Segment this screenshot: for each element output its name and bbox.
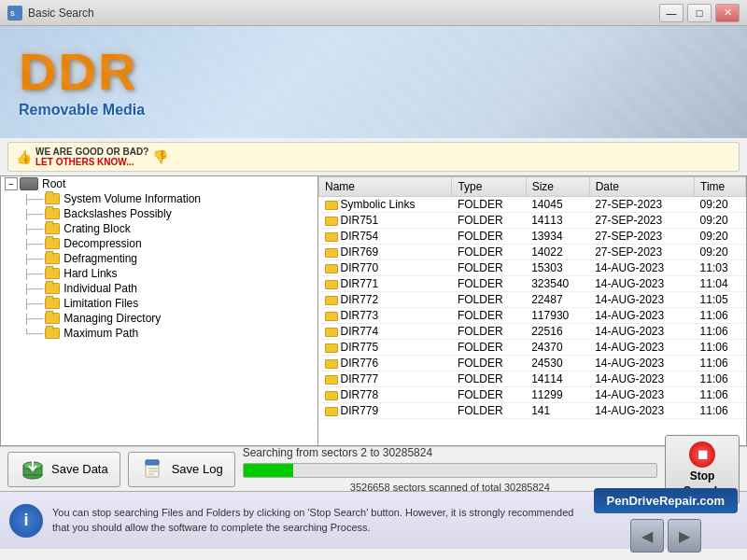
svg-rect-7 — [146, 460, 159, 465]
tree-item-label-8: Managing Directory — [63, 312, 161, 325]
table-row[interactable]: DIR773FOLDER11793014-AUG-202311:06 — [319, 308, 746, 324]
file-table: Name Type Size Date Time Symbolic LinksF… — [318, 176, 746, 419]
tree-expand-root[interactable]: − — [5, 177, 18, 190]
tree-item-4[interactable]: ├── Defragmenting — [1, 251, 317, 266]
info-text: You can stop searching Files and Folders… — [52, 506, 585, 535]
tree-item-8[interactable]: ├── Managing Directory — [1, 311, 317, 326]
save-log-button[interactable]: Save Log — [128, 452, 235, 487]
col-type[interactable]: Type — [452, 177, 526, 197]
tree-item-3[interactable]: ├── Decompression — [1, 236, 317, 251]
maximize-button[interactable]: □ — [687, 4, 712, 22]
tree-item-5[interactable]: ├── Hard Links — [1, 266, 317, 281]
nav-next-button[interactable]: ▶ — [668, 519, 701, 553]
tree-scroll[interactable]: − Root ├── System Volume Information ├──… — [1, 176, 317, 445]
nav-prev-button[interactable]: ◀ — [630, 519, 664, 553]
tree-item-root[interactable]: − Root — [1, 176, 317, 191]
bottom-toolbar: Save Data Save Log Searching from sector… — [0, 446, 747, 491]
svg-text:S: S — [10, 10, 15, 17]
nav-buttons: ◀ ▶ — [630, 519, 701, 553]
tree-item-label-6: Individual Path — [63, 282, 137, 295]
folder-icon — [45, 253, 60, 264]
table-row[interactable]: DIR779FOLDER14114-AUG-202311:06 — [319, 403, 746, 419]
table-row[interactable]: DIR769FOLDER1402227-SEP-202309:20 — [319, 245, 746, 260]
table-row[interactable]: DIR778FOLDER1129914-AUG-202311:06 — [319, 387, 746, 403]
folder-icon — [45, 328, 60, 339]
stop-label: Stop — [690, 469, 715, 483]
folder-icon — [45, 298, 60, 309]
table-row[interactable]: Symbolic LinksFOLDER1404527-SEP-202309:2… — [319, 197, 746, 213]
col-time[interactable]: Time — [695, 177, 746, 197]
title-bar: S Basic Search — □ ✕ — [0, 0, 747, 26]
progress-label: Searching from sectors 2 to 30285824 — [243, 446, 657, 459]
hdd-icon — [20, 177, 38, 190]
tree-root-label: Root — [42, 177, 65, 190]
tree-item-label-2: Crating Block — [63, 222, 130, 235]
table-row[interactable]: DIR751FOLDER1411327-SEP-202309:20 — [319, 213, 746, 229]
thumb-icon: 👍 — [16, 149, 32, 164]
tree-item-label-1: Backslashes Possibly — [63, 207, 171, 220]
tree-item-6[interactable]: ├── Individual Path — [1, 281, 317, 296]
folder-icon — [45, 193, 60, 204]
table-row[interactable]: DIR775FOLDER2437014-AUG-202311:06 — [319, 340, 746, 356]
logo-area: DDR Removable Media — [19, 46, 145, 119]
folder-icon — [45, 223, 60, 234]
folder-icon — [45, 268, 60, 279]
folder-icon — [45, 238, 60, 249]
tree-item-label-3: Decompression — [63, 237, 141, 250]
thumb-down-icon: 👎 — [152, 149, 168, 164]
tree-item-label-9: Maximum Path — [63, 327, 138, 340]
table-row[interactable]: DIR771FOLDER32354014-AUG-202311:04 — [319, 276, 746, 292]
save-data-label: Save Data — [51, 462, 108, 476]
save-log-label: Save Log — [172, 462, 223, 476]
tree-item-1[interactable]: ├── Backslashes Possibly — [1, 206, 317, 221]
tree-item-2[interactable]: ├── Crating Block — [1, 221, 317, 236]
table-row[interactable]: DIR770FOLDER1530314-AUG-202311:03 — [319, 260, 746, 276]
table-row[interactable]: DIR754FOLDER1393427-SEP-202309:20 — [319, 229, 746, 245]
progress-area: Searching from sectors 2 to 30285824 352… — [243, 446, 657, 493]
banner-text: WE ARE GOOD OR BAD? LET OTHERS KNOW... — [35, 147, 148, 167]
folder-icon — [45, 283, 60, 294]
tree-item-label-0: System Volume Information — [63, 192, 201, 205]
table-row[interactable]: DIR772FOLDER2248714-AUG-202311:05 — [319, 292, 746, 308]
col-size[interactable]: Size — [526, 177, 589, 197]
col-date[interactable]: Date — [589, 177, 694, 197]
folder-icon — [45, 208, 60, 219]
main-content: − Root ├── System Volume Information ├──… — [0, 175, 747, 446]
app-icon: S — [7, 6, 22, 21]
window-controls: — □ ✕ — [659, 4, 740, 22]
tree-item-label-4: Defragmenting — [63, 252, 137, 265]
tree-item-7[interactable]: ├── Limitation Files — [1, 296, 317, 311]
tree-item-label-7: Limitation Files — [63, 297, 138, 310]
table-row[interactable]: DIR777FOLDER1411414-AUG-202311:06 — [319, 371, 746, 387]
app-header: DDR Removable Media — [0, 26, 747, 138]
col-name[interactable]: Name — [319, 177, 452, 197]
file-panel: Name Type Size Date Time Symbolic LinksF… — [318, 176, 746, 445]
folder-icon — [45, 313, 60, 324]
minimize-button[interactable]: — — [659, 4, 684, 22]
brand-badge: PenDriveRepair.com — [594, 488, 738, 513]
tree-item-label-5: Hard Links — [63, 267, 117, 280]
progress-bar-fill — [244, 464, 293, 477]
tree-item-9[interactable]: └── Maximum Path — [1, 326, 317, 341]
tree-panel: − Root ├── System Volume Information ├──… — [1, 176, 318, 445]
table-row[interactable]: DIR776FOLDER2453014-AUG-202311:06 — [319, 356, 746, 371]
save-log-icon — [140, 456, 166, 483]
window-title: Basic Search — [28, 7, 659, 20]
rating-banner[interactable]: 👍 WE ARE GOOD OR BAD? LET OTHERS KNOW...… — [7, 142, 740, 172]
table-row[interactable]: DIR774FOLDER2251614-AUG-202311:06 — [319, 324, 746, 340]
stop-icon: ⏹ — [689, 441, 715, 468]
logo-subtitle: Removable Media — [19, 102, 145, 119]
progress-bar-container — [243, 463, 657, 478]
save-data-button[interactable]: Save Data — [7, 452, 120, 487]
close-button[interactable]: ✕ — [715, 4, 740, 22]
logo-text: DDR — [19, 46, 137, 98]
info-bar: i You can stop searching Files and Folde… — [0, 491, 747, 549]
info-icon: i — [9, 504, 43, 538]
tree-item-0[interactable]: ├── System Volume Information — [1, 191, 317, 206]
save-data-icon — [20, 456, 46, 483]
file-table-container[interactable]: Name Type Size Date Time Symbolic LinksF… — [318, 176, 746, 445]
